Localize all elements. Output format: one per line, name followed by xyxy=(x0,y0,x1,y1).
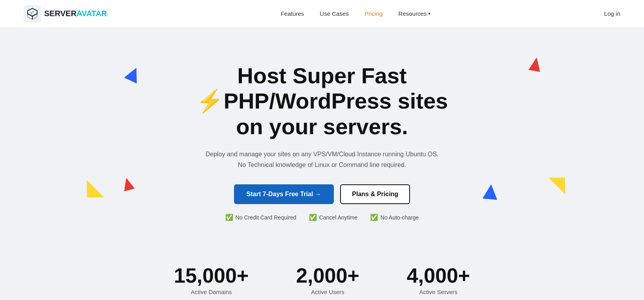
decorative-shape-yellow-right xyxy=(549,178,565,194)
logo[interactable]: SERVERAVATAR xyxy=(24,5,107,22)
stat-servers: 4,000+ Active Servers xyxy=(407,264,470,295)
badge-label-3: No Auto-charge xyxy=(380,214,419,221)
hero-subtitle: Deploy and manage your sites on any VPS/… xyxy=(144,149,500,170)
badge-cancel-anytime: ✅ Cancel Anytime xyxy=(309,214,358,221)
stat-users-number: 2,000+ xyxy=(296,264,359,287)
chevron-down-icon: ▾ xyxy=(428,11,431,16)
stat-domains-label: Active Domains xyxy=(174,289,249,295)
decorative-shape-red-top-right xyxy=(528,56,543,72)
login-button[interactable]: Log in xyxy=(604,10,620,17)
nav-pricing[interactable]: Pricing xyxy=(365,10,383,17)
badge-label-1: No Credit Card Required xyxy=(236,214,296,221)
hero-title-text1: Host Super Fast xyxy=(237,63,406,88)
hero-section: Host Super Fast ⚡PHP/WordPress siteson y… xyxy=(0,28,644,249)
badge-no-credit-card: ✅ No Credit Card Required xyxy=(225,214,296,221)
stat-domains-number: 15,000+ xyxy=(174,264,249,287)
decorative-shape-blue-top-left xyxy=(124,65,143,84)
nav-features[interactable]: Features xyxy=(281,10,304,17)
check-icon-2: ✅ xyxy=(309,214,317,221)
nav-links: Features Use Cases Pricing Resources ▾ xyxy=(281,10,431,17)
logo-avatar-text: AVATAR xyxy=(77,9,107,18)
stat-servers-number: 4,000+ xyxy=(407,264,470,287)
hero-subtitle-line1: Deploy and manage your sites on any VPS/… xyxy=(206,151,439,158)
plans-pricing-button[interactable]: Plans & Pricing xyxy=(340,184,410,204)
check-icon-1: ✅ xyxy=(225,214,233,221)
nav-resources-label[interactable]: Resources xyxy=(399,10,427,17)
stat-users: 2,000+ Active Users xyxy=(296,264,359,295)
check-icon-3: ✅ xyxy=(370,214,378,221)
navbar: SERVERAVATAR Features Use Cases Pricing … xyxy=(0,0,644,28)
logo-server-text: SERVER xyxy=(44,9,77,18)
stat-domains: 15,000+ Active Domains xyxy=(174,264,249,295)
stat-users-label: Active Users xyxy=(296,289,359,295)
hero-subtitle-line2: No Technical knowledge of Linux or Comma… xyxy=(238,161,406,168)
hero-content: Host Super Fast ⚡PHP/WordPress siteson y… xyxy=(144,63,500,221)
hero-title-text2: PHP/WordPress siteson your servers. xyxy=(224,88,448,139)
stats-section: 15,000+ Active Domains 2,000+ Active Use… xyxy=(0,249,644,300)
badge-no-autocharge: ✅ No Auto-charge xyxy=(370,214,419,221)
logo-icon xyxy=(24,5,41,22)
hero-badges: ✅ No Credit Card Required ✅ Cancel Anyti… xyxy=(144,214,500,221)
lightning-icon: ⚡ xyxy=(196,88,224,113)
stat-servers-label: Active Servers xyxy=(407,289,470,295)
svg-rect-0 xyxy=(24,5,41,22)
nav-use-cases[interactable]: Use Cases xyxy=(320,10,348,17)
decorative-shape-red-left xyxy=(121,176,135,191)
hero-buttons: Start 7-Days Free Trial → Plans & Pricin… xyxy=(144,184,500,204)
decorative-shape-yellow-bottom-left xyxy=(87,180,104,197)
hero-title: Host Super Fast ⚡PHP/WordPress siteson y… xyxy=(144,63,500,139)
start-trial-button[interactable]: Start 7-Days Free Trial → xyxy=(234,184,334,204)
badge-label-2: Cancel Anytime xyxy=(319,214,358,221)
nav-resources-dropdown[interactable]: Resources ▾ xyxy=(399,10,431,17)
